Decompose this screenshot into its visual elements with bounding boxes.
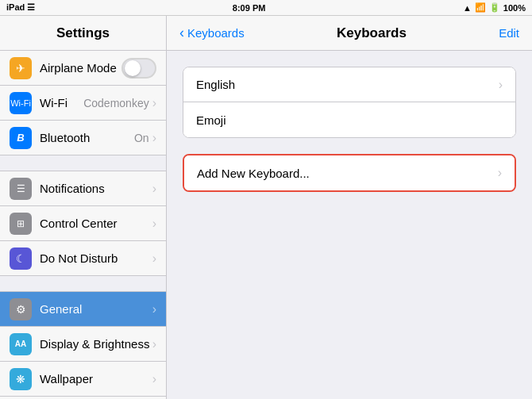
control-center-icon: ⊞ xyxy=(10,213,32,235)
sidebar-item-label: Display & Brightness xyxy=(40,337,152,351)
add-keyboard-label: Add New Keyboard... xyxy=(197,167,498,180)
status-right: ▲ 📶 🔋 100% xyxy=(463,2,526,13)
sidebar-item-bluetooth[interactable]: B Bluetooth On › xyxy=(0,121,166,155)
battery-icon: 🔋 xyxy=(489,2,500,13)
sidebar-title: Settings xyxy=(56,25,110,41)
sidebar-item-label: Airplane Mode xyxy=(40,61,121,75)
wifi-status-icon: 📶 xyxy=(475,2,486,13)
sidebar-item-airplane[interactable]: ✈ Airplane Mode xyxy=(0,51,166,86)
sidebar-item-label: Wallpaper xyxy=(40,372,152,386)
english-label: English xyxy=(196,78,499,91)
sidebar-item-display-brightness[interactable]: AA Display & Brightness › xyxy=(0,327,166,362)
sidebar-item-wifi[interactable]: Wi-Fi Wi-Fi Codemonkey › xyxy=(0,86,166,121)
airplane-toggle[interactable] xyxy=(121,58,156,79)
content-body: English › Emoji Add New Keyboard... › xyxy=(167,51,532,399)
chevron-icon: › xyxy=(152,131,156,145)
table-row-add-keyboard[interactable]: Add New Keyboard... › xyxy=(184,155,515,190)
chevron-icon: › xyxy=(152,96,156,110)
chevron-icon: › xyxy=(152,251,156,266)
table-row-english[interactable]: English › xyxy=(183,67,515,102)
chevron-icon: › xyxy=(152,302,156,317)
sidebar-item-control-center[interactable]: ⊞ Control Center › xyxy=(0,206,166,241)
status-left: iPad ☰ xyxy=(6,2,35,13)
sidebar-item-label: Wi-Fi xyxy=(40,96,83,109)
airplane-icon: ✈ xyxy=(10,57,32,79)
chevron-icon: › xyxy=(498,166,502,180)
display-icon: AA xyxy=(10,333,32,355)
content-title: Keyboards xyxy=(337,25,407,41)
status-bar: iPad ☰ 8:09 PM ▲ 📶 🔋 100% xyxy=(0,0,532,16)
table-row-emoji[interactable]: Emoji xyxy=(183,102,515,137)
back-label: Keyboards xyxy=(187,26,245,40)
sidebar-divider xyxy=(0,155,166,171)
bluetooth-value: On xyxy=(134,132,149,144)
chevron-icon: › xyxy=(152,372,156,386)
bluetooth-icon: B xyxy=(10,127,32,149)
toggle-knob xyxy=(125,60,141,76)
wallpaper-icon: ❋ xyxy=(10,368,32,390)
wifi-icon: Wi-Fi xyxy=(10,92,32,114)
notifications-icon: ☰ xyxy=(10,178,32,200)
content-area: ‹ Keyboards Keyboards Edit English › Emo… xyxy=(167,16,532,399)
sidebar-item-label: Bluetooth xyxy=(40,131,134,144)
main-layout: Settings ✈ Airplane Mode Wi-Fi Wi-Fi Cod… xyxy=(0,16,532,399)
keyboards-table-group: English › Emoji xyxy=(183,67,516,138)
battery-percent: 100% xyxy=(503,3,526,13)
content-header: ‹ Keyboards Keyboards Edit xyxy=(167,16,532,51)
sidebar-item-label: Do Not Disturb xyxy=(40,251,152,265)
sidebar-item-notifications[interactable]: ☰ Notifications › xyxy=(0,171,166,206)
sidebar-item-label: General xyxy=(40,302,152,316)
sidebar-header: Settings xyxy=(0,16,166,51)
dnd-icon: ☾ xyxy=(10,247,32,270)
chevron-icon: › xyxy=(152,217,156,231)
sidebar-item-label: Notifications xyxy=(40,182,152,195)
sidebar: Settings ✈ Airplane Mode Wi-Fi Wi-Fi Cod… xyxy=(0,16,167,399)
chevron-icon: › xyxy=(152,182,156,196)
sidebar-divider xyxy=(0,276,166,292)
chevron-icon: › xyxy=(499,78,503,92)
wifi-value: Codemonkey xyxy=(83,97,149,109)
ipad-label: iPad ☰ xyxy=(6,2,35,13)
back-chevron-icon: ‹ xyxy=(179,25,184,41)
chevron-icon: › xyxy=(152,337,156,351)
general-icon: ⚙ xyxy=(10,298,32,320)
status-time: 8:09 PM xyxy=(233,3,266,13)
sidebar-item-label: Control Center xyxy=(40,217,152,230)
emoji-label: Emoji xyxy=(196,113,503,127)
sidebar-items: ✈ Airplane Mode Wi-Fi Wi-Fi Codemonkey › xyxy=(0,51,166,399)
signal-icon: ▲ xyxy=(463,3,472,13)
back-button[interactable]: ‹ Keyboards xyxy=(179,25,245,41)
sidebar-item-general[interactable]: ⚙ General › xyxy=(0,292,166,327)
sidebar-item-wallpaper[interactable]: ❋ Wallpaper › xyxy=(0,362,166,397)
sidebar-item-do-not-disturb[interactable]: ☾ Do Not Disturb › xyxy=(0,241,166,276)
add-keyboard-group: Add New Keyboard... › xyxy=(183,154,516,192)
edit-button[interactable]: Edit xyxy=(499,26,519,40)
